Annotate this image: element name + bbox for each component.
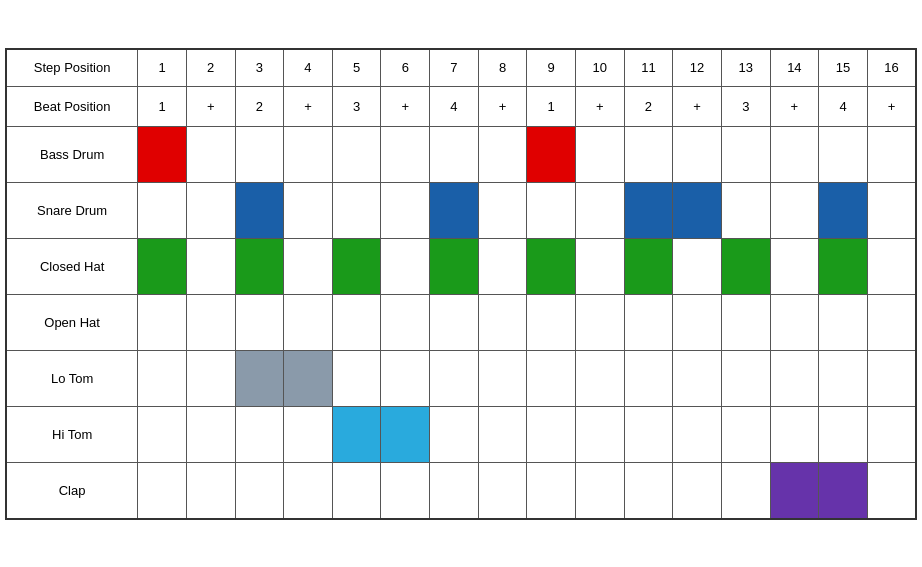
step-4-6[interactable] — [430, 351, 479, 407]
step-4-2[interactable] — [235, 351, 284, 407]
step-3-3[interactable] — [284, 295, 333, 351]
step-5-13[interactable] — [770, 407, 819, 463]
step-5-3[interactable] — [284, 407, 333, 463]
step-6-11[interactable] — [673, 463, 722, 519]
step-5-9[interactable] — [576, 407, 625, 463]
step-0-13[interactable] — [770, 127, 819, 183]
step-3-11[interactable] — [673, 295, 722, 351]
step-0-1[interactable] — [186, 127, 235, 183]
step-3-10[interactable] — [624, 295, 673, 351]
step-2-8[interactable] — [527, 239, 576, 295]
step-5-6[interactable] — [430, 407, 479, 463]
step-6-10[interactable] — [624, 463, 673, 519]
step-4-14[interactable] — [819, 351, 868, 407]
step-1-14[interactable] — [819, 183, 868, 239]
step-6-2[interactable] — [235, 463, 284, 519]
step-3-1[interactable] — [186, 295, 235, 351]
step-2-6[interactable] — [430, 239, 479, 295]
step-0-11[interactable] — [673, 127, 722, 183]
step-3-8[interactable] — [527, 295, 576, 351]
step-0-3[interactable] — [284, 127, 333, 183]
step-0-5[interactable] — [381, 127, 430, 183]
step-4-8[interactable] — [527, 351, 576, 407]
step-6-9[interactable] — [576, 463, 625, 519]
step-1-4[interactable] — [332, 183, 381, 239]
step-3-5[interactable] — [381, 295, 430, 351]
step-2-1[interactable] — [186, 239, 235, 295]
step-2-10[interactable] — [624, 239, 673, 295]
step-0-14[interactable] — [819, 127, 868, 183]
step-0-9[interactable] — [576, 127, 625, 183]
step-5-1[interactable] — [186, 407, 235, 463]
step-1-12[interactable] — [721, 183, 770, 239]
step-3-0[interactable] — [138, 295, 187, 351]
step-1-15[interactable] — [867, 183, 916, 239]
step-6-12[interactable] — [721, 463, 770, 519]
step-2-3[interactable] — [284, 239, 333, 295]
step-5-12[interactable] — [721, 407, 770, 463]
step-2-9[interactable] — [576, 239, 625, 295]
step-1-0[interactable] — [138, 183, 187, 239]
step-5-7[interactable] — [478, 407, 527, 463]
step-5-15[interactable] — [867, 407, 916, 463]
step-2-0[interactable] — [138, 239, 187, 295]
step-6-14[interactable] — [819, 463, 868, 519]
step-5-5[interactable] — [381, 407, 430, 463]
step-1-6[interactable] — [430, 183, 479, 239]
step-6-8[interactable] — [527, 463, 576, 519]
step-2-13[interactable] — [770, 239, 819, 295]
step-4-1[interactable] — [186, 351, 235, 407]
step-5-11[interactable] — [673, 407, 722, 463]
step-5-0[interactable] — [138, 407, 187, 463]
step-1-7[interactable] — [478, 183, 527, 239]
step-5-10[interactable] — [624, 407, 673, 463]
step-0-12[interactable] — [721, 127, 770, 183]
step-6-0[interactable] — [138, 463, 187, 519]
step-0-2[interactable] — [235, 127, 284, 183]
step-1-1[interactable] — [186, 183, 235, 239]
step-5-2[interactable] — [235, 407, 284, 463]
step-4-4[interactable] — [332, 351, 381, 407]
step-1-3[interactable] — [284, 183, 333, 239]
step-0-7[interactable] — [478, 127, 527, 183]
step-2-11[interactable] — [673, 239, 722, 295]
step-0-4[interactable] — [332, 127, 381, 183]
step-3-9[interactable] — [576, 295, 625, 351]
step-6-1[interactable] — [186, 463, 235, 519]
step-4-11[interactable] — [673, 351, 722, 407]
step-2-7[interactable] — [478, 239, 527, 295]
step-0-0[interactable] — [138, 127, 187, 183]
step-6-15[interactable] — [867, 463, 916, 519]
step-6-5[interactable] — [381, 463, 430, 519]
step-3-14[interactable] — [819, 295, 868, 351]
step-5-8[interactable] — [527, 407, 576, 463]
step-3-2[interactable] — [235, 295, 284, 351]
step-4-13[interactable] — [770, 351, 819, 407]
step-6-4[interactable] — [332, 463, 381, 519]
step-3-13[interactable] — [770, 295, 819, 351]
step-6-7[interactable] — [478, 463, 527, 519]
step-2-2[interactable] — [235, 239, 284, 295]
step-4-3[interactable] — [284, 351, 333, 407]
step-2-4[interactable] — [332, 239, 381, 295]
step-0-15[interactable] — [867, 127, 916, 183]
step-5-14[interactable] — [819, 407, 868, 463]
step-2-14[interactable] — [819, 239, 868, 295]
step-2-15[interactable] — [867, 239, 916, 295]
step-3-15[interactable] — [867, 295, 916, 351]
step-4-7[interactable] — [478, 351, 527, 407]
step-5-4[interactable] — [332, 407, 381, 463]
step-4-9[interactable] — [576, 351, 625, 407]
step-1-10[interactable] — [624, 183, 673, 239]
step-1-2[interactable] — [235, 183, 284, 239]
step-4-12[interactable] — [721, 351, 770, 407]
step-3-4[interactable] — [332, 295, 381, 351]
step-4-0[interactable] — [138, 351, 187, 407]
step-3-12[interactable] — [721, 295, 770, 351]
step-6-13[interactable] — [770, 463, 819, 519]
step-0-8[interactable] — [527, 127, 576, 183]
step-3-6[interactable] — [430, 295, 479, 351]
step-1-8[interactable] — [527, 183, 576, 239]
step-4-15[interactable] — [867, 351, 916, 407]
step-6-3[interactable] — [284, 463, 333, 519]
